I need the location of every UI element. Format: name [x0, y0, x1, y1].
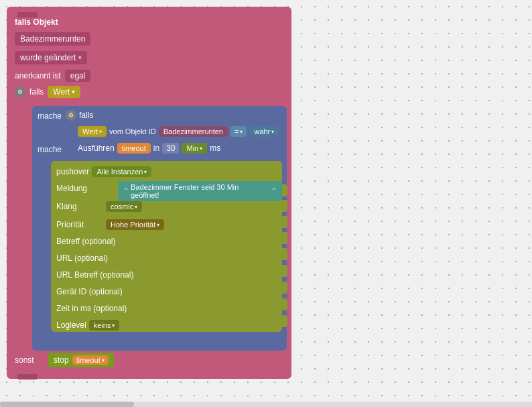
connector-notch8	[282, 298, 287, 310]
prioritaet-label: Priorität	[56, 220, 103, 229]
falls-row2: ⚙ falls |	[66, 110, 93, 121]
alle-instanzen-badge[interactable]: Alle Instanzen ▾	[92, 166, 151, 177]
falls-objekt-label: falls Objekt	[15, 17, 58, 27]
anerkannt-block: anerkannt ist egal	[15, 70, 90, 82]
meldung-row: Meldung	[56, 184, 103, 193]
connector-notch7	[282, 282, 287, 294]
wurde-geaendert-block[interactable]: wurde geändert ▾	[15, 51, 87, 64]
loglevel-row: Loglevel keins ▾	[56, 320, 119, 331]
loglevel-label: Loglevel	[56, 321, 86, 330]
outer-pink-container: falls Objekt Badezimmerunten wurde geänd…	[7, 7, 291, 379]
min-badge[interactable]: Min ▾	[182, 143, 207, 154]
wert-objekt-row: Wert ▾ vom Objekt ID Badezimmerunten = ▾…	[78, 126, 279, 137]
url-betreff-row: URL Betreff (optional)	[56, 270, 133, 280]
in-label: in	[153, 143, 159, 153]
geraet-id-label: Gerät ID (optional)	[56, 287, 123, 296]
betreff-label: Betreff (optional)	[56, 237, 116, 246]
wahr-badge[interactable]: wahr ▾	[249, 126, 279, 137]
gear-icon1: ⚙	[15, 86, 25, 97]
scrollbar-thumb[interactable]	[0, 402, 134, 407]
inner-blue-container: mache ⚙ falls | Wert ▾ vom Objekt ID Bad…	[32, 106, 287, 351]
pushover-label: pushover	[56, 167, 89, 176]
stop-timeout-block[interactable]: stop timeout ▾	[48, 353, 114, 367]
connector-notch5	[282, 248, 287, 260]
wert-badge1[interactable]: Wert ▾	[48, 86, 80, 98]
zeit-label: Zeit in ms (optional)	[56, 304, 127, 313]
klang-row: Klang cosmic ▾	[56, 201, 142, 212]
betreff-row: Betreff (optional)	[56, 236, 116, 246]
cosmic-badge[interactable]: cosmic ▾	[106, 201, 142, 212]
hohe-prioritaet-badge[interactable]: Hohe Priorität ▾	[106, 219, 164, 230]
egal-badge[interactable]: egal	[65, 70, 91, 82]
badezimmerunten-block[interactable]: Badezimmerunten	[15, 32, 90, 46]
connector-notch4	[282, 232, 287, 244]
timeout-stop-badge[interactable]: timeout ▾	[72, 355, 109, 365]
ausfuehren-row: Ausführen timeout in 30 Min ▾ ms	[78, 143, 220, 154]
vom-objekt-id-label: vom Objekt ID	[109, 127, 156, 135]
ms-label: ms	[210, 143, 220, 153]
equals-badge[interactable]: = ▾	[230, 126, 247, 137]
ausfuehren-label: Ausführen	[78, 143, 115, 153]
connector-notch2	[282, 200, 287, 212]
connector-notch3	[282, 216, 287, 228]
falls-label1: falls	[29, 87, 44, 97]
connector-notch9	[282, 315, 287, 327]
url-label: URL (optional)	[56, 253, 108, 263]
prioritaet-row: Priorität Hohe Priorität ▾	[56, 219, 164, 230]
zeit-row: Zeit in ms (optional)	[56, 303, 127, 313]
falls-label2: falls	[79, 111, 93, 120]
badezimmerunten2-block[interactable]: Badezimmerunten	[159, 126, 228, 137]
gear-icon2: ⚙	[66, 110, 76, 121]
pushover-container: pushover Alle Instanzen ▾ Meldung " Bade…	[51, 161, 282, 332]
stop-label: stop	[54, 355, 69, 365]
mache-label: mache	[38, 111, 62, 121]
falls-row: ⚙ falls Wert ▾	[15, 86, 80, 98]
timeout-badge[interactable]: timeout	[117, 143, 151, 154]
klang-label: Klang	[56, 202, 103, 211]
geraet-id-row: Gerät ID (optional)	[56, 286, 123, 296]
message-text-block[interactable]: " Badezimmer Fenster seid 30 Min geöffne…	[118, 181, 282, 201]
sonst-label: sonst	[15, 355, 34, 365]
connector-notch1	[282, 184, 287, 196]
connector-notch6	[282, 265, 287, 277]
url-row: URL (optional)	[56, 253, 108, 263]
mache-label2: mache	[38, 145, 62, 154]
meldung-label: Meldung	[56, 184, 103, 193]
keins-badge[interactable]: keins ▾	[89, 320, 120, 331]
pushover-row: pushover Alle Instanzen ▾	[56, 166, 151, 177]
scrollbar-track[interactable]	[0, 402, 532, 407]
thirty-label: 30	[162, 143, 179, 154]
wert-badge2[interactable]: Wert ▾	[78, 126, 107, 137]
url-betreff-label: URL Betreff (optional)	[56, 270, 133, 280]
